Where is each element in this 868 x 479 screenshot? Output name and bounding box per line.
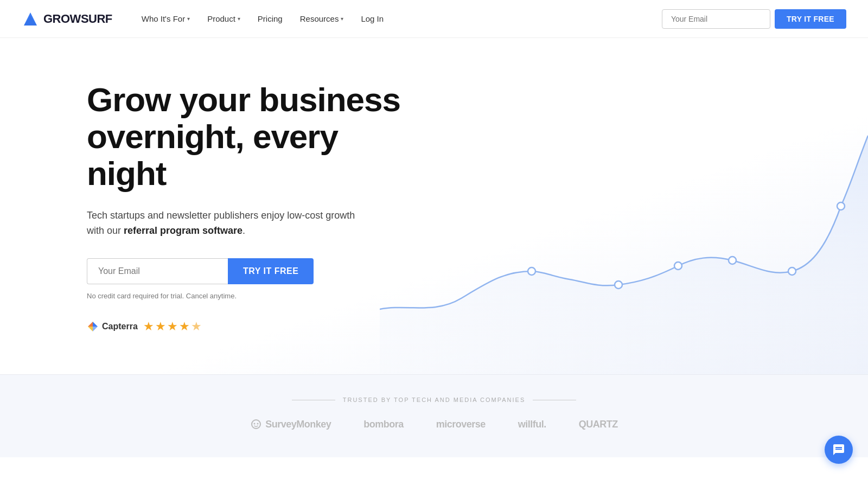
hero-disclaimer: No credit card required for trial. Cance…	[87, 292, 423, 300]
trusted-label: TRUSTED BY TOP TECH AND MEDIA COMPANIES	[0, 397, 868, 403]
nav-email-input[interactable]	[662, 9, 770, 29]
nav-item-login[interactable]: Log In	[353, 10, 391, 28]
svg-point-14	[257, 423, 259, 425]
nav-item-product[interactable]: Product ▾	[200, 10, 248, 28]
logo-bombora: bombora	[363, 419, 404, 430]
capterra-logo: Capterra	[87, 321, 138, 333]
capterra-stars: ★ ★ ★ ★ ★	[143, 320, 202, 334]
svg-marker-10	[88, 327, 93, 331]
chat-icon	[832, 443, 845, 456]
nav-links: Who It's For ▾ Product ▾ Pricing Resourc…	[134, 10, 662, 28]
logo-willful: willful.	[518, 419, 546, 430]
svg-marker-11	[93, 327, 98, 331]
svg-point-4	[674, 262, 682, 270]
hero-chart	[380, 38, 868, 374]
nav-right: TRY IT FREE	[662, 9, 846, 29]
nav-item-pricing[interactable]: Pricing	[250, 10, 290, 28]
star-3: ★	[167, 320, 178, 334]
logo[interactable]: GROWSURF	[22, 10, 112, 28]
star-2: ★	[155, 320, 166, 334]
svg-marker-1	[24, 16, 37, 25]
svg-point-7	[837, 202, 845, 210]
logo-surveymonkey: SurveyMonkey	[250, 418, 331, 430]
capterra-icon	[87, 321, 99, 333]
hero-subtitle: Tech startups and newsletter publishers …	[87, 208, 369, 239]
logo-icon	[22, 10, 39, 28]
svg-marker-8	[88, 322, 93, 327]
svg-point-5	[729, 257, 736, 264]
svg-point-12	[252, 420, 260, 429]
svg-point-6	[788, 267, 796, 275]
svg-point-13	[254, 423, 256, 425]
logo-quartz: QUARTZ	[579, 419, 618, 430]
nav-cta-button[interactable]: TRY IT FREE	[775, 9, 846, 29]
svg-point-2	[528, 267, 535, 275]
hero-content: Grow your business overnight, every nigh…	[87, 81, 423, 334]
chevron-down-icon: ▾	[341, 16, 343, 22]
logo-text: GROWSURF	[43, 12, 112, 26]
chevron-down-icon: ▾	[187, 16, 190, 22]
surveymonkey-icon	[250, 418, 262, 430]
nav-item-who-its-for[interactable]: Who It's For ▾	[134, 10, 197, 28]
capterra-row: Capterra ★ ★ ★ ★ ★	[87, 320, 423, 334]
star-4: ★	[179, 320, 190, 334]
hero-section: Grow your business overnight, every nigh…	[0, 38, 868, 374]
nav-item-resources[interactable]: Resources ▾	[292, 10, 352, 28]
hero-email-input[interactable]	[87, 258, 228, 284]
star-5-half: ★	[191, 320, 202, 334]
hero-cta-button[interactable]: TRY IT FREE	[228, 258, 314, 284]
logo-microverse: microverse	[436, 419, 486, 430]
hero-title: Grow your business overnight, every nigh…	[87, 81, 423, 193]
svg-marker-9	[93, 322, 98, 327]
svg-point-3	[615, 281, 622, 289]
star-1: ★	[143, 320, 154, 334]
navbar: GROWSURF Who It's For ▾ Product ▾ Pricin…	[0, 0, 868, 38]
chevron-down-icon: ▾	[238, 16, 240, 22]
logos-row: SurveyMonkey bombora microverse willful.…	[0, 418, 868, 430]
trusted-section: TRUSTED BY TOP TECH AND MEDIA COMPANIES …	[0, 374, 868, 457]
hero-form: TRY IT FREE	[87, 258, 423, 284]
